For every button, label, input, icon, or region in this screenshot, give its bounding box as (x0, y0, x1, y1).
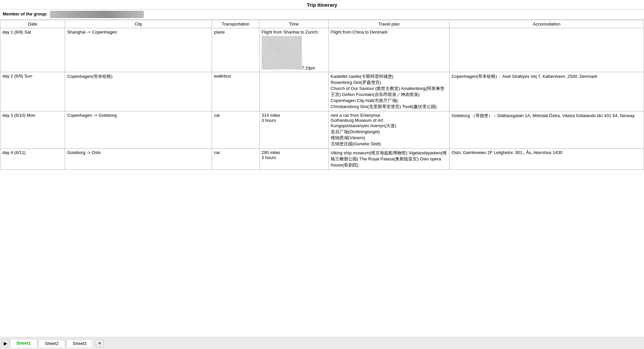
time-image-smudge (262, 36, 302, 69)
cell-city: Copenhagen -> Goteborg (65, 111, 212, 149)
cell-time: Flight from Shanhai to Zurich:7:10pm (259, 28, 328, 72)
header-row: Date City Transportation Time Travel pla… (0, 20, 644, 28)
cell-accomodation: Goteborg （哥德堡）：Glättaregatan 1A, Mölndal… (449, 111, 644, 149)
cell-date: day 4 (6/11) (0, 149, 65, 170)
sheet-tabs: Sheet1Sheet2Sheet3 (10, 339, 94, 348)
cell-transport: car (212, 149, 260, 170)
cell-accomodation (449, 28, 644, 72)
table-wrapper[interactable]: Date City Transportation Time Travel pla… (0, 20, 644, 337)
cell-date: day 2 (6/9) Sun (0, 72, 65, 111)
header-date: Date (0, 20, 65, 28)
sheet-tab-sheet3[interactable]: Sheet3 (66, 339, 93, 347)
table-row: day 4 (6/11)Goteborg -> Oslocar295 miles… (0, 149, 644, 170)
member-label: Member of the group: (3, 11, 48, 16)
header-travel-plan: Travel plan (328, 20, 449, 28)
bottom-bar: ▶ Sheet1Sheet2Sheet3 + (0, 337, 644, 349)
cell-accomodation: Oslo: Gamleveien 2F Leilghetnr. 301., Ås… (449, 149, 644, 170)
member-value-smudge (50, 11, 144, 18)
cell-travel-plan: rent a car from Enterprise. Gothenburg M… (328, 111, 449, 149)
cell-city: Copenhagen(哥本哈根) (65, 72, 212, 111)
header-accomodation: Accomodation (449, 20, 644, 28)
prev-sheet-button[interactable]: ▶ (1, 339, 9, 347)
sheet-tab-sheet2[interactable]: Sheet2 (39, 339, 65, 347)
spreadsheet-title: Trip Itinerary (0, 0, 644, 9)
cell-accomodation: Copenhagen(哥本哈根)： Axel Strøbyes Vej 7, K… (449, 72, 644, 111)
cell-transport: plane (212, 28, 260, 72)
cell-time (259, 72, 328, 111)
cell-travel-plan: Kastellet castle(卡斯特雷特城堡) Rosenborg Slot… (328, 72, 449, 111)
member-row: Member of the group: (0, 9, 644, 20)
cell-transport: walk/bus (212, 72, 260, 111)
add-sheet-button[interactable]: + (96, 339, 104, 347)
cell-time: 314 miles 3 hours (259, 111, 328, 149)
header-city: City (65, 20, 212, 28)
header-transport: Transportation (212, 20, 260, 28)
spreadsheet-container: Trip Itinerary Member of the group: Date… (0, 0, 644, 349)
cell-date: day 1 (6/8) Sat (0, 28, 65, 72)
cell-date: day 3 (6/10) Mon (0, 111, 65, 149)
cell-travel-plan: Viking ship museum(维京海盗船博物馆) Vigelandspa… (328, 149, 449, 170)
cell-travel-plan: Flight from China to Denmark (328, 28, 449, 72)
cell-time: 295 miles 3 hours (259, 149, 328, 170)
cell-city: Shanghai -> Copenhagen (65, 28, 212, 72)
table-row: day 3 (6/10) MonCopenhagen -> Goteborgca… (0, 111, 644, 149)
table-row: day 2 (6/9) SunCopenhagen(哥本哈根)walk/busK… (0, 72, 644, 111)
header-time: Time (259, 20, 328, 28)
cell-city: Goteborg -> Oslo (65, 149, 212, 170)
sheet-tab-sheet1[interactable]: Sheet1 (10, 339, 37, 348)
cell-transport: car (212, 111, 260, 149)
itinerary-table: Date City Transportation Time Travel pla… (0, 20, 644, 170)
table-row: day 1 (6/8) SatShanghai -> Copenhagenpla… (0, 28, 644, 72)
